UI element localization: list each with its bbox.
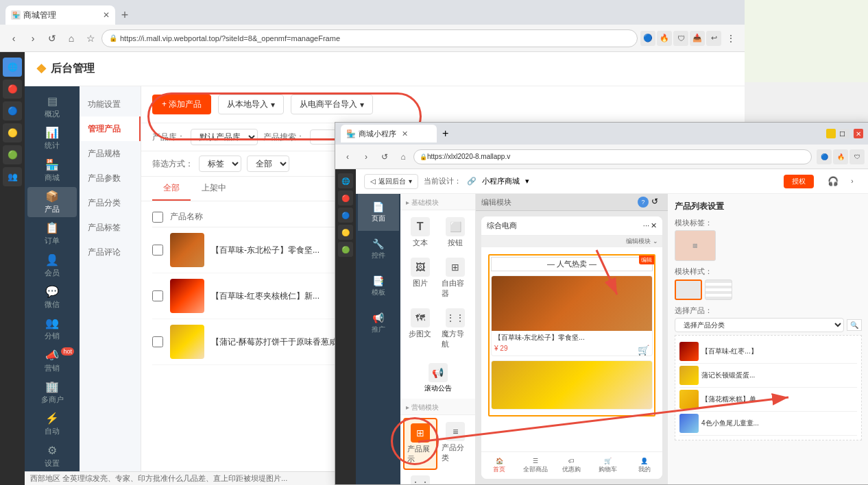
secondary-product-category[interactable]: 产品分类 xyxy=(80,190,141,215)
sidebar-icon-6[interactable]: 👥 xyxy=(3,167,22,186)
sidebar-icon-4[interactable]: 🟡 xyxy=(3,123,22,142)
refresh-btn[interactable]: ↺ xyxy=(44,30,60,47)
component-product-search[interactable]: ⋮⋮ 产品搜索 xyxy=(403,471,437,484)
sidebar-item-settings[interactable]: ⚙ 设置 xyxy=(27,441,77,471)
component-button[interactable]: ⬜ 按钮 xyxy=(439,213,473,252)
second-window-minimize[interactable] xyxy=(826,129,836,138)
secondary-product-spec[interactable]: 产品规格 xyxy=(80,141,141,166)
style-option-1[interactable] xyxy=(675,279,702,300)
miniapp-chevron-btn[interactable]: › xyxy=(844,173,860,190)
second-ext-2[interactable]: 🔥 xyxy=(833,149,848,164)
second-home-btn[interactable]: ⌂ xyxy=(395,149,411,165)
preview-product-item-1[interactable]: 【百草味-东北松子】零食坚... ¥ 29 🛒 xyxy=(491,275,653,356)
mini-sidebar-icon-1[interactable]: 🌐 xyxy=(338,173,353,188)
product-search-field[interactable] xyxy=(847,319,862,331)
sidebar-item-member[interactable]: 👤 会员 xyxy=(27,251,77,281)
preview-nav-cart[interactable]: 🛒 购物车 xyxy=(590,452,626,479)
component-free-container[interactable]: ⊞ 自由容器 xyxy=(439,253,473,303)
tab-close-btn[interactable]: ✕ xyxy=(103,10,110,20)
forward-btn[interactable]: › xyxy=(25,30,41,47)
extension-btn-4[interactable]: 📥 xyxy=(690,31,705,46)
component-magic-nav[interactable]: ⋮⋮ 魔方导航 xyxy=(439,304,473,353)
second-address-bar[interactable]: 🔒 https://xlxl2020-8.mallapp.v xyxy=(413,149,812,164)
second-window-close[interactable]: ✕ xyxy=(854,129,863,138)
miniapp-nav-component[interactable]: 🔧 控件 xyxy=(358,231,399,268)
back-btn[interactable]: ‹ xyxy=(5,30,22,47)
component-product-category[interactable]: ≡ 产品分类 xyxy=(439,418,473,470)
sidebar-icon-1[interactable]: 🌐 xyxy=(3,58,22,77)
second-refresh-btn[interactable]: ↺ xyxy=(376,149,393,165)
preview-nav-all[interactable]: ☰ 全部商品 xyxy=(518,452,554,479)
sidebar-icon-3[interactable]: 🔵 xyxy=(3,101,22,121)
filter-all-select[interactable]: 全部 xyxy=(247,156,289,172)
mini-sidebar-icon-2[interactable]: 🔴 xyxy=(338,190,353,206)
extension-btn-3[interactable]: 🛡 xyxy=(673,31,688,46)
component-map-text[interactable]: 🗺 步图文 xyxy=(403,304,437,353)
preview-nav-mine[interactable]: 👤 我的 xyxy=(626,452,662,479)
sidebar-item-order[interactable]: 📋 订单 xyxy=(27,219,77,249)
product-library-select[interactable]: 默认产品库 xyxy=(191,129,258,145)
sidebar-item-marketing[interactable]: 📣 营销 hot xyxy=(27,346,77,376)
preview-nav-discount[interactable]: 🏷 优惠购 xyxy=(554,452,590,479)
back-to-admin-btn[interactable]: ◁ 返回后台 ▾ xyxy=(364,174,418,189)
preview-refresh-btn[interactable]: ↺ xyxy=(651,197,662,208)
import-platform-btn[interactable]: 从电商平台导入 ▾ xyxy=(291,95,373,114)
bookmark-btn[interactable]: ☆ xyxy=(82,30,99,47)
style-option-2[interactable] xyxy=(705,279,732,300)
preview-product-item-2[interactable] xyxy=(491,360,653,410)
miniapp-nav-broadcast[interactable]: 📢 推广 xyxy=(358,305,399,342)
sidebar-item-multi-merchant[interactable]: 🏢 多商户 xyxy=(27,377,77,408)
secondary-product-tag[interactable]: 产品标签 xyxy=(80,215,141,240)
mini-sidebar-icon-5[interactable]: 🟢 xyxy=(338,242,353,257)
mini-sidebar-icon-4[interactable]: 🟡 xyxy=(338,225,353,240)
product-row-checkbox-3[interactable] xyxy=(152,336,163,347)
active-tab[interactable]: 🏪 商城管理 ✕ xyxy=(5,5,115,25)
miniapp-headset-btn[interactable]: 🎧 xyxy=(825,173,841,190)
mini-sidebar-icon-3[interactable]: 🔵 xyxy=(338,208,353,223)
product-row-checkbox-1[interactable] xyxy=(152,245,163,256)
component-text[interactable]: T 文本 xyxy=(403,213,437,252)
extension-btn-2[interactable]: 🔥 xyxy=(657,31,672,46)
sidebar-item-shop[interactable]: 🏪 商城 xyxy=(27,156,77,186)
preview-info-btn[interactable]: ? xyxy=(638,197,649,208)
component-product-display[interactable]: ⊞ 产品展示 xyxy=(403,418,437,470)
sidebar-item-stats[interactable]: 📊 统计 xyxy=(27,123,77,153)
second-back-btn[interactable]: ‹ xyxy=(339,149,356,165)
secondary-function-settings[interactable]: 功能设置 xyxy=(80,92,141,116)
scroll-notice-item[interactable]: 📢 滚动公告 xyxy=(400,358,475,399)
sidebar-icon-5[interactable]: 🟢 xyxy=(3,145,22,164)
secondary-product-review[interactable]: 产品评论 xyxy=(80,240,141,264)
sidebar-icon-2[interactable]: 🔴 xyxy=(3,79,22,99)
secondary-manage-product[interactable]: 管理产品 xyxy=(80,116,141,141)
secondary-product-param[interactable]: 产品参数 xyxy=(80,166,141,190)
second-ext-1[interactable]: 🔵 xyxy=(817,149,832,164)
tab-on-shelf[interactable]: 上架中 xyxy=(191,177,237,201)
product-row-checkbox-2[interactable] xyxy=(152,290,163,301)
second-active-tab[interactable]: 🏪 商城小程序 ✕ xyxy=(341,125,437,142)
address-bar[interactable]: 🔒 https://i.mall.vip.webportal.top/?site… xyxy=(101,29,638,47)
add-product-btn[interactable]: + 添加产品 xyxy=(152,95,211,114)
second-new-tab-btn[interactable]: + xyxy=(437,125,454,142)
extension-btn-5[interactable]: ↩ xyxy=(706,31,721,46)
extension-btn-1[interactable]: 🔵 xyxy=(640,31,655,46)
new-tab-btn[interactable]: + xyxy=(115,5,134,25)
tab-all[interactable]: 全部 xyxy=(152,177,191,201)
preview-nav-home[interactable]: 🏠 首页 xyxy=(481,452,518,479)
select-all-checkbox[interactable] xyxy=(152,212,163,223)
import-local-btn[interactable]: 从本地导入 ▾ xyxy=(218,95,284,114)
home-btn[interactable]: ⌂ xyxy=(63,30,80,47)
component-image[interactable]: 🖼 图片 xyxy=(403,253,437,303)
second-ext-3[interactable]: 🛡 xyxy=(849,149,865,164)
second-forward-btn[interactable]: › xyxy=(358,149,374,165)
authorize-btn[interactable]: 授权 xyxy=(784,175,814,188)
second-tab-close[interactable]: ✕ xyxy=(402,129,408,138)
sidebar-item-distribution[interactable]: 👥 分销 xyxy=(27,314,77,344)
product-category-select[interactable]: 选择产品分类 xyxy=(675,318,844,332)
filter-tag-select[interactable]: 标签 xyxy=(199,156,241,172)
sidebar-item-overview[interactable]: ▤ 概况 xyxy=(27,92,77,122)
sidebar-item-product[interactable]: 📦 产品 xyxy=(27,187,77,217)
second-window-maximize[interactable]: □ xyxy=(840,129,849,138)
menu-btn[interactable]: ⋮ xyxy=(723,30,739,47)
miniapp-nav-page[interactable]: 📄 页面 xyxy=(358,194,399,231)
sidebar-item-wechat[interactable]: 💬 微信 xyxy=(27,282,77,312)
